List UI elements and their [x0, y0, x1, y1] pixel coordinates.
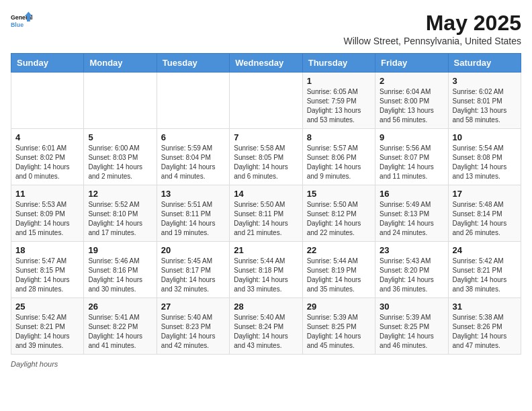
calendar-day-cell: 11Sunrise: 5:53 AM Sunset: 8:09 PM Dayli…	[11, 185, 84, 242]
day-detail: Sunrise: 6:01 AM Sunset: 8:02 PM Dayligh…	[15, 144, 79, 181]
calendar-day-cell: 27Sunrise: 5:40 AM Sunset: 8:23 PM Dayli…	[157, 298, 229, 355]
calendar-day-cell: 13Sunrise: 5:51 AM Sunset: 8:11 PM Dayli…	[157, 185, 229, 242]
calendar-day-cell: 15Sunrise: 5:50 AM Sunset: 8:12 PM Dayli…	[302, 185, 375, 242]
calendar-day-cell: 7Sunrise: 5:58 AM Sunset: 8:05 PM Daylig…	[230, 129, 302, 185]
calendar-day-header: Friday	[375, 54, 448, 73]
day-detail: Sunrise: 5:54 AM Sunset: 8:08 PM Dayligh…	[453, 144, 517, 181]
calendar-footer: Daylight hours	[11, 360, 521, 368]
day-detail: Sunrise: 5:44 AM Sunset: 8:18 PM Dayligh…	[234, 257, 298, 294]
day-number: 27	[161, 302, 225, 312]
logo-icon: General Blue	[11, 11, 32, 32]
day-number: 20	[161, 245, 225, 255]
calendar-day-cell: 21Sunrise: 5:44 AM Sunset: 8:18 PM Dayli…	[230, 242, 302, 298]
page-header: General Blue May 2025 Willow Street, Pen…	[11, 11, 521, 46]
day-detail: Sunrise: 5:42 AM Sunset: 8:21 PM Dayligh…	[453, 257, 517, 294]
day-detail: Sunrise: 5:48 AM Sunset: 8:14 PM Dayligh…	[453, 200, 517, 238]
day-detail: Sunrise: 5:56 AM Sunset: 8:07 PM Dayligh…	[380, 144, 443, 181]
calendar-day-cell: 26Sunrise: 5:41 AM Sunset: 8:22 PM Dayli…	[84, 298, 157, 355]
calendar-day-cell: 25Sunrise: 5:42 AM Sunset: 8:21 PM Dayli…	[11, 298, 84, 355]
day-detail: Sunrise: 6:00 AM Sunset: 8:03 PM Dayligh…	[88, 144, 152, 181]
calendar-week-row: 1Sunrise: 6:05 AM Sunset: 7:59 PM Daylig…	[11, 73, 521, 129]
svg-text:Blue: Blue	[11, 21, 24, 28]
day-number: 23	[380, 245, 443, 255]
day-detail: Sunrise: 5:49 AM Sunset: 8:13 PM Dayligh…	[380, 200, 443, 238]
title-block: May 2025 Willow Street, Pennsylvania, Un…	[343, 11, 521, 46]
day-detail: Sunrise: 6:04 AM Sunset: 8:00 PM Dayligh…	[380, 87, 443, 125]
day-detail: Sunrise: 5:42 AM Sunset: 8:21 PM Dayligh…	[15, 313, 79, 351]
day-detail: Sunrise: 5:44 AM Sunset: 8:19 PM Dayligh…	[307, 257, 371, 294]
calendar-day-cell: 28Sunrise: 5:40 AM Sunset: 8:24 PM Dayli…	[230, 298, 302, 355]
day-detail: Sunrise: 5:59 AM Sunset: 8:04 PM Dayligh…	[161, 144, 225, 181]
day-detail: Sunrise: 5:38 AM Sunset: 8:26 PM Dayligh…	[453, 313, 517, 351]
day-number: 19	[88, 245, 152, 255]
day-number: 3	[453, 76, 517, 86]
calendar-day-cell: 8Sunrise: 5:57 AM Sunset: 8:06 PM Daylig…	[302, 129, 375, 185]
calendar-day-cell: 22Sunrise: 5:44 AM Sunset: 8:19 PM Dayli…	[302, 242, 375, 298]
day-number: 30	[380, 302, 443, 312]
calendar-week-row: 18Sunrise: 5:47 AM Sunset: 8:15 PM Dayli…	[11, 242, 521, 298]
day-detail: Sunrise: 5:39 AM Sunset: 8:25 PM Dayligh…	[307, 313, 371, 351]
calendar-day-cell: 14Sunrise: 5:50 AM Sunset: 8:11 PM Dayli…	[230, 185, 302, 242]
day-number: 18	[15, 245, 79, 255]
day-detail: Sunrise: 5:47 AM Sunset: 8:15 PM Dayligh…	[15, 257, 79, 294]
calendar-day-cell: 17Sunrise: 5:48 AM Sunset: 8:14 PM Dayli…	[448, 185, 521, 242]
day-number: 5	[88, 132, 152, 142]
day-detail: Sunrise: 5:58 AM Sunset: 8:05 PM Dayligh…	[234, 144, 298, 181]
calendar-week-row: 11Sunrise: 5:53 AM Sunset: 8:09 PM Dayli…	[11, 185, 521, 242]
calendar-week-row: 4Sunrise: 6:01 AM Sunset: 8:02 PM Daylig…	[11, 129, 521, 185]
calendar-day-cell: 9Sunrise: 5:56 AM Sunset: 8:07 PM Daylig…	[375, 129, 448, 185]
day-number: 28	[234, 302, 298, 312]
calendar-header-row: SundayMondayTuesdayWednesdayThursdayFrid…	[11, 54, 521, 73]
calendar-day-cell: 5Sunrise: 6:00 AM Sunset: 8:03 PM Daylig…	[84, 129, 157, 185]
calendar-day-header: Wednesday	[230, 54, 302, 73]
calendar-week-row: 25Sunrise: 5:42 AM Sunset: 8:21 PM Dayli…	[11, 298, 521, 355]
calendar-day-cell: 19Sunrise: 5:46 AM Sunset: 8:16 PM Dayli…	[84, 242, 157, 298]
day-number: 24	[453, 245, 517, 255]
day-number: 13	[161, 189, 225, 199]
day-number: 22	[307, 245, 371, 255]
calendar-day-cell	[230, 73, 302, 129]
day-detail: Sunrise: 5:51 AM Sunset: 8:11 PM Dayligh…	[161, 200, 225, 238]
day-number: 8	[307, 132, 371, 142]
calendar-day-cell: 10Sunrise: 5:54 AM Sunset: 8:08 PM Dayli…	[448, 129, 521, 185]
calendar-table: SundayMondayTuesdayWednesdayThursdayFrid…	[11, 53, 521, 355]
day-number: 16	[380, 189, 443, 199]
calendar-day-cell: 20Sunrise: 5:45 AM Sunset: 8:17 PM Dayli…	[157, 242, 229, 298]
day-number: 25	[15, 302, 79, 312]
day-detail: Sunrise: 5:50 AM Sunset: 8:12 PM Dayligh…	[307, 200, 371, 238]
day-number: 14	[234, 189, 298, 199]
calendar-day-cell: 23Sunrise: 5:43 AM Sunset: 8:20 PM Dayli…	[375, 242, 448, 298]
day-detail: Sunrise: 6:05 AM Sunset: 7:59 PM Dayligh…	[307, 87, 371, 125]
calendar-day-cell: 29Sunrise: 5:39 AM Sunset: 8:25 PM Dayli…	[302, 298, 375, 355]
day-number: 31	[453, 302, 517, 312]
calendar-day-cell	[84, 73, 157, 129]
day-number: 21	[234, 245, 298, 255]
day-number: 10	[453, 132, 517, 142]
calendar-day-cell	[11, 73, 84, 129]
calendar-day-cell: 1Sunrise: 6:05 AM Sunset: 7:59 PM Daylig…	[302, 73, 375, 129]
day-number: 11	[15, 189, 79, 199]
day-detail: Sunrise: 5:43 AM Sunset: 8:20 PM Dayligh…	[380, 257, 443, 294]
subtitle: Willow Street, Pennsylvania, United Stat…	[343, 36, 521, 46]
calendar-day-cell: 31Sunrise: 5:38 AM Sunset: 8:26 PM Dayli…	[448, 298, 521, 355]
footer-label: Daylight hours	[11, 360, 58, 368]
day-number: 26	[88, 302, 152, 312]
day-number: 7	[234, 132, 298, 142]
day-number: 4	[15, 132, 79, 142]
day-detail: Sunrise: 5:52 AM Sunset: 8:10 PM Dayligh…	[88, 200, 152, 238]
calendar-day-cell: 6Sunrise: 5:59 AM Sunset: 8:04 PM Daylig…	[157, 129, 229, 185]
calendar-day-cell: 2Sunrise: 6:04 AM Sunset: 8:00 PM Daylig…	[375, 73, 448, 129]
calendar-day-header: Monday	[84, 54, 157, 73]
day-number: 9	[380, 132, 443, 142]
calendar-day-cell: 4Sunrise: 6:01 AM Sunset: 8:02 PM Daylig…	[11, 129, 84, 185]
day-detail: Sunrise: 5:45 AM Sunset: 8:17 PM Dayligh…	[161, 257, 225, 294]
day-detail: Sunrise: 5:50 AM Sunset: 8:11 PM Dayligh…	[234, 200, 298, 238]
day-number: 29	[307, 302, 371, 312]
day-number: 2	[380, 76, 443, 86]
day-detail: Sunrise: 5:41 AM Sunset: 8:22 PM Dayligh…	[88, 313, 152, 351]
calendar-day-cell: 12Sunrise: 5:52 AM Sunset: 8:10 PM Dayli…	[84, 185, 157, 242]
day-number: 12	[88, 189, 152, 199]
day-detail: Sunrise: 6:02 AM Sunset: 8:01 PM Dayligh…	[453, 87, 517, 125]
day-detail: Sunrise: 5:57 AM Sunset: 8:06 PM Dayligh…	[307, 144, 371, 181]
calendar-day-cell: 18Sunrise: 5:47 AM Sunset: 8:15 PM Dayli…	[11, 242, 84, 298]
